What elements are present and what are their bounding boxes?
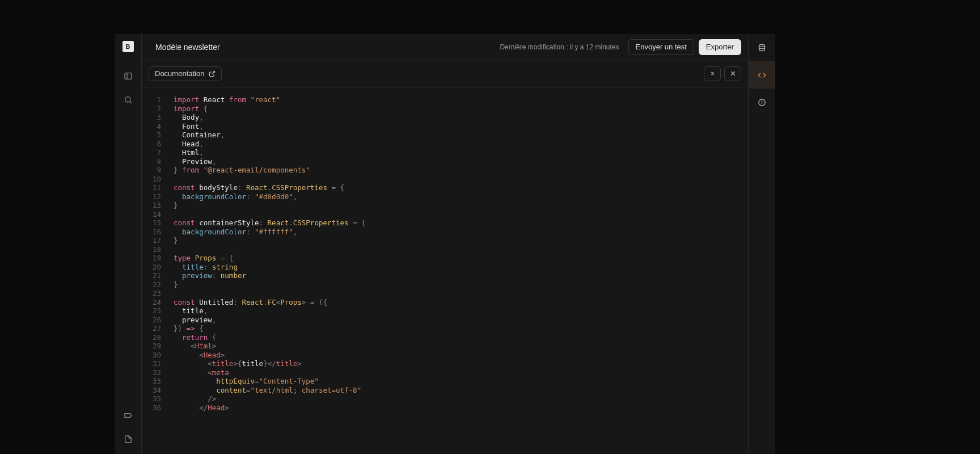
- search-icon[interactable]: [118, 90, 138, 110]
- close-icon: [729, 70, 737, 77]
- export-button[interactable]: Exporter: [699, 39, 741, 55]
- sidebar-right: [748, 34, 775, 454]
- send-test-button[interactable]: Envoyer un test: [628, 39, 694, 55]
- last-modified-label: Dernière modification :: [500, 43, 568, 51]
- file-icon[interactable]: [118, 429, 138, 449]
- close-button[interactable]: [724, 66, 741, 81]
- documentation-label: Documentation: [155, 69, 204, 78]
- app-shell: B Modèle newsletter Dernière modificatio…: [115, 34, 775, 454]
- documentation-button[interactable]: Documentation: [149, 66, 222, 81]
- logo[interactable]: B: [122, 41, 134, 52]
- svg-point-6: [759, 44, 765, 47]
- svg-rect-0: [125, 73, 132, 79]
- info-icon[interactable]: [749, 89, 776, 116]
- code-editor[interactable]: 1234567891011121314151617181920212223242…: [142, 87, 748, 454]
- line-gutter: 1234567891011121314151617181920212223242…: [142, 95, 174, 454]
- panel-left-icon[interactable]: [118, 66, 138, 86]
- svg-point-9: [762, 100, 762, 101]
- sidebar-left: B: [115, 34, 142, 454]
- last-modified: Dernière modification : il y a 12 minute…: [500, 43, 619, 51]
- external-link-icon: [209, 70, 216, 77]
- collapse-button[interactable]: [704, 66, 721, 81]
- code-content: import React from "react"import { Body, …: [174, 95, 366, 454]
- code-view-icon[interactable]: [749, 61, 776, 89]
- top-bar: Modèle newsletter Dernière modification …: [142, 34, 748, 60]
- main-area: Modèle newsletter Dernière modification …: [142, 34, 748, 454]
- tag-icon[interactable]: [118, 405, 138, 426]
- toolbar: Documentation: [142, 60, 748, 87]
- database-icon[interactable]: [749, 34, 776, 61]
- svg-line-3: [129, 102, 131, 103]
- last-modified-value: il y a 12 minutes: [570, 43, 619, 51]
- page-title: Modèle newsletter: [155, 43, 220, 52]
- collapse-icon: [709, 70, 716, 77]
- svg-point-2: [125, 97, 130, 102]
